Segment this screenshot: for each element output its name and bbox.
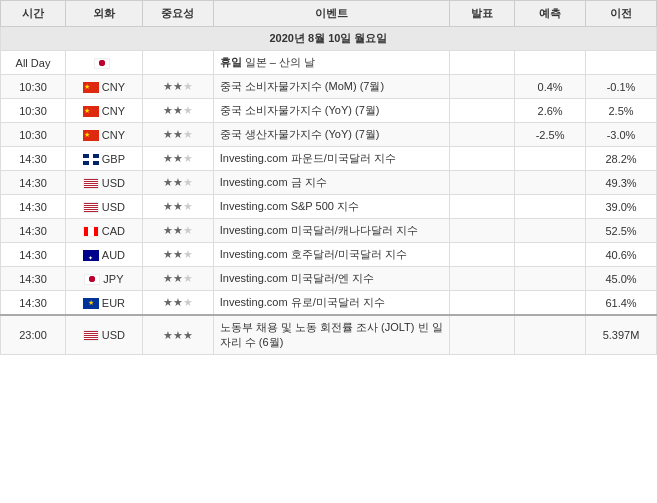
header-event: 이벤트 (213, 1, 449, 27)
event-name[interactable]: Investing.com 파운드/미국달러 지수 (213, 147, 449, 171)
event-forecast: -2.5% (515, 123, 586, 147)
event-time: 14:30 (1, 147, 66, 171)
event-forecast (515, 243, 586, 267)
event-time: 14:30 (1, 291, 66, 316)
event-previous: 40.6% (586, 243, 657, 267)
currency-label: CNY (102, 105, 125, 117)
event-forecast (515, 171, 586, 195)
date-header-row: 2020년 8월 10일 월요일 (1, 27, 657, 51)
economic-calendar-table: 시간 외화 중요성 이벤트 발표 예측 이전 2020년 8월 10일 월요일A… (0, 0, 657, 355)
event-release (450, 147, 515, 171)
table-row: All Day휴일 일본 – 산의 날 (1, 51, 657, 75)
event-name[interactable]: 중국 생산자물가지수 (YoY) (7월) (213, 123, 449, 147)
header-release: 발표 (450, 1, 515, 27)
event-previous: 61.4% (586, 291, 657, 316)
event-importance (142, 51, 213, 75)
event-forecast (515, 267, 586, 291)
table-row: 23:00USD★★★노동부 채용 및 노동 회전률 조사 (JOLT) 빈 일… (1, 315, 657, 355)
event-previous (586, 51, 657, 75)
event-name[interactable]: Investing.com 호주달러/미국달러 지수 (213, 243, 449, 267)
event-importance: ★★★ (142, 123, 213, 147)
currency-label: USD (102, 330, 125, 342)
table-row: 10:30★CNY★★★중국 생산자물가지수 (YoY) (7월)-2.5%-3… (1, 123, 657, 147)
importance-stars: ★★★ (163, 200, 193, 212)
event-previous: 49.3% (586, 171, 657, 195)
event-release (450, 195, 515, 219)
event-release (450, 123, 515, 147)
event-release (450, 243, 515, 267)
event-previous: -3.0% (586, 123, 657, 147)
event-currency (66, 51, 143, 75)
event-currency: USD (66, 195, 143, 219)
event-previous: 5.397M (586, 315, 657, 355)
currency-label: EUR (102, 297, 125, 309)
event-forecast (515, 195, 586, 219)
currency-label: USD (102, 201, 125, 213)
table-row: 14:30USD★★★Investing.com S&P 500 지수39.0% (1, 195, 657, 219)
importance-stars: ★★★ (163, 296, 193, 308)
header-forecast: 예측 (515, 1, 586, 27)
event-forecast (515, 291, 586, 316)
header-importance: 중요성 (142, 1, 213, 27)
event-release (450, 267, 515, 291)
table-row: 10:30★CNY★★★중국 소비자물가지수 (YoY) (7월)2.6%2.5… (1, 99, 657, 123)
event-release (450, 171, 515, 195)
event-name[interactable]: Investing.com 금 지수 (213, 171, 449, 195)
event-importance: ★★★ (142, 195, 213, 219)
event-release (450, 315, 515, 355)
event-time: 23:00 (1, 315, 66, 355)
table-row: 14:30USD★★★Investing.com 금 지수49.3% (1, 171, 657, 195)
event-name[interactable]: Investing.com S&P 500 지수 (213, 195, 449, 219)
event-time: 14:30 (1, 243, 66, 267)
currency-label: CNY (102, 81, 125, 93)
event-currency: USD (66, 171, 143, 195)
currency-label: CAD (102, 225, 125, 237)
event-time: 14:30 (1, 171, 66, 195)
event-name[interactable]: Investing.com 미국달러/캐나다달러 지수 (213, 219, 449, 243)
table-row: 14:30GBP★★★Investing.com 파운드/미국달러 지수28.2… (1, 147, 657, 171)
importance-stars: ★★★ (163, 104, 193, 116)
currency-label: GBP (102, 153, 125, 165)
importance-stars: ★★★ (163, 128, 193, 140)
event-time: 14:30 (1, 195, 66, 219)
event-name[interactable]: Investing.com 유로/미국달러 지수 (213, 291, 449, 316)
event-currency: ★CNY (66, 123, 143, 147)
event-currency: ✦AUD (66, 243, 143, 267)
event-importance: ★★★ (142, 315, 213, 355)
event-previous: 45.0% (586, 267, 657, 291)
event-importance: ★★★ (142, 291, 213, 316)
event-release (450, 291, 515, 316)
table-row: 14:30JPY★★★Investing.com 미국달러/엔 지수45.0% (1, 267, 657, 291)
table-row: 14:30✦AUD★★★Investing.com 호주달러/미국달러 지수40… (1, 243, 657, 267)
event-release (450, 219, 515, 243)
event-forecast: 2.6% (515, 99, 586, 123)
currency-label: CNY (102, 129, 125, 141)
event-name[interactable]: 중국 소비자물가지수 (YoY) (7월) (213, 99, 449, 123)
event-name[interactable]: Investing.com 미국달러/엔 지수 (213, 267, 449, 291)
currency-label: USD (102, 177, 125, 189)
importance-stars: ★★★ (163, 272, 193, 284)
event-importance: ★★★ (142, 99, 213, 123)
event-name[interactable]: 휴일 일본 – 산의 날 (213, 51, 449, 75)
event-importance: ★★★ (142, 147, 213, 171)
event-name[interactable]: 중국 소비자물가지수 (MoM) (7월) (213, 75, 449, 99)
event-time: 14:30 (1, 219, 66, 243)
header-previous: 이전 (586, 1, 657, 27)
event-forecast (515, 219, 586, 243)
importance-stars: ★★★ (163, 329, 193, 341)
importance-stars: ★★★ (163, 80, 193, 92)
table-row: 10:30★CNY★★★중국 소비자물가지수 (MoM) (7월)0.4%-0.… (1, 75, 657, 99)
event-previous: 28.2% (586, 147, 657, 171)
currency-label: JPY (103, 273, 123, 285)
event-currency: CAD (66, 219, 143, 243)
event-previous: 52.5% (586, 219, 657, 243)
event-currency: JPY (66, 267, 143, 291)
event-importance: ★★★ (142, 267, 213, 291)
event-name[interactable]: 노동부 채용 및 노동 회전률 조사 (JOLT) 빈 일자리 수 (6월) (213, 315, 449, 355)
header-currency: 외화 (66, 1, 143, 27)
currency-label: AUD (102, 249, 125, 261)
importance-stars: ★★★ (163, 224, 193, 236)
event-previous: 39.0% (586, 195, 657, 219)
importance-stars: ★★★ (163, 176, 193, 188)
importance-stars: ★★★ (163, 152, 193, 164)
